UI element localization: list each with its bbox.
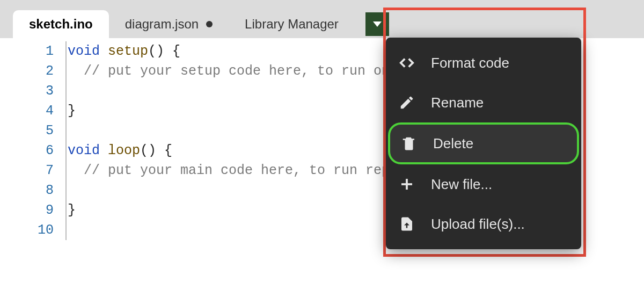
- line-number: 5: [0, 121, 54, 141]
- line-number: 4: [0, 101, 54, 121]
- line-number: 6: [0, 141, 54, 161]
- upload-icon: [398, 215, 416, 233]
- menu-item-label: Format code: [431, 55, 509, 71]
- menu-item-label: Upload file(s)...: [431, 216, 525, 233]
- menu-item-delete[interactable]: Delete: [388, 122, 579, 164]
- menu-item-label: Rename: [431, 95, 484, 111]
- tab-actions-dropdown-button[interactable]: [365, 12, 389, 36]
- menu-item-label: New file...: [431, 176, 492, 193]
- line-number: 1: [0, 41, 54, 61]
- tab-actions-menu: Format code Rename Delete New file... Up…: [386, 38, 581, 249]
- menu-item-rename[interactable]: Rename: [386, 83, 581, 122]
- tab-label: diagram.json: [125, 17, 199, 32]
- line-number: 7: [0, 161, 54, 180]
- tab-library-manager[interactable]: Library Manager: [229, 10, 355, 38]
- line-number: 8: [0, 180, 54, 200]
- line-number-gutter: 1 2 3 4 5 6 7 8 9 10: [0, 38, 65, 304]
- caret-down-icon: [373, 21, 382, 27]
- plus-icon: [398, 175, 416, 193]
- menu-item-upload-files[interactable]: Upload file(s)...: [386, 204, 581, 244]
- tab-label: sketch.ino: [29, 17, 93, 32]
- line-number: 10: [0, 220, 54, 240]
- menu-item-label: Delete: [433, 135, 473, 152]
- line-number: 2: [0, 61, 54, 81]
- pencil-icon: [398, 93, 416, 112]
- tab-diagram-json[interactable]: diagram.json: [109, 10, 229, 38]
- line-number: 9: [0, 200, 54, 220]
- tab-sketch-ino[interactable]: sketch.ino: [13, 10, 109, 38]
- tab-label: Library Manager: [245, 17, 339, 32]
- line-number: 3: [0, 81, 54, 101]
- unsaved-dot-icon: [206, 21, 213, 27]
- svg-marker-0: [373, 21, 382, 27]
- code-icon: [398, 54, 416, 72]
- tab-bar: sketch.ino diagram.json Library Manager: [0, 0, 644, 38]
- trash-icon: [400, 134, 418, 153]
- menu-item-new-file[interactable]: New file...: [386, 164, 581, 204]
- menu-item-format-code[interactable]: Format code: [386, 43, 581, 83]
